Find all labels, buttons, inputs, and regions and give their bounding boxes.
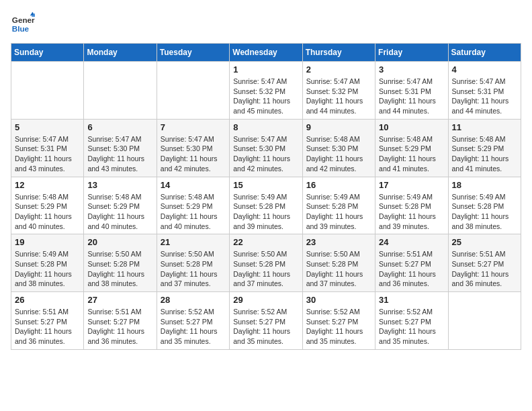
day-number: 8 bbox=[233, 122, 298, 132]
day-number: 4 bbox=[452, 64, 517, 75]
calendar-cell: 18Sunrise: 5:49 AMSunset: 5:28 PMDayligh… bbox=[448, 177, 521, 234]
calendar-cell: 22Sunrise: 5:50 AMSunset: 5:28 PMDayligh… bbox=[230, 234, 302, 292]
calendar-cell: 11Sunrise: 5:48 AMSunset: 5:29 PMDayligh… bbox=[448, 119, 521, 177]
svg-text:Blue: Blue bbox=[12, 24, 30, 33]
day-info: Sunrise: 5:47 AMSunset: 5:30 PMDaylight:… bbox=[233, 134, 298, 174]
day-info: Sunrise: 5:50 AMSunset: 5:28 PMDaylight:… bbox=[306, 249, 371, 289]
day-number: 1 bbox=[233, 64, 298, 75]
calendar-cell: 4Sunrise: 5:47 AMSunset: 5:31 PMDaylight… bbox=[448, 62, 521, 120]
day-number: 12 bbox=[15, 180, 80, 190]
day-info: Sunrise: 5:47 AMSunset: 5:30 PMDaylight:… bbox=[87, 134, 152, 174]
calendar-cell: 30Sunrise: 5:52 AMSunset: 5:27 PMDayligh… bbox=[302, 292, 375, 350]
day-info: Sunrise: 5:52 AMSunset: 5:27 PMDaylight:… bbox=[306, 307, 371, 347]
day-info: Sunrise: 5:47 AMSunset: 5:32 PMDaylight:… bbox=[306, 77, 371, 116]
weekday-header-monday: Monday bbox=[84, 44, 157, 62]
day-info: Sunrise: 5:47 AMSunset: 5:32 PMDaylight:… bbox=[233, 77, 298, 116]
day-info: Sunrise: 5:49 AMSunset: 5:28 PMDaylight:… bbox=[15, 249, 80, 289]
day-number: 5 bbox=[15, 122, 80, 132]
calendar-cell: 28Sunrise: 5:52 AMSunset: 5:27 PMDayligh… bbox=[157, 292, 229, 350]
calendar-cell: 13Sunrise: 5:48 AMSunset: 5:29 PMDayligh… bbox=[84, 177, 157, 234]
calendar-cell: 15Sunrise: 5:49 AMSunset: 5:28 PMDayligh… bbox=[230, 177, 302, 234]
day-number: 6 bbox=[87, 122, 152, 132]
weekday-header-friday: Friday bbox=[375, 44, 448, 62]
calendar-cell: 6Sunrise: 5:47 AMSunset: 5:30 PMDaylight… bbox=[84, 119, 157, 177]
calendar-cell bbox=[157, 62, 229, 120]
day-info: Sunrise: 5:51 AMSunset: 5:27 PMDaylight:… bbox=[379, 249, 444, 289]
day-info: Sunrise: 5:52 AMSunset: 5:27 PMDaylight:… bbox=[161, 307, 226, 347]
calendar-cell bbox=[84, 62, 157, 120]
calendar-cell bbox=[448, 292, 521, 350]
day-number: 3 bbox=[379, 64, 444, 75]
day-number: 23 bbox=[306, 237, 371, 247]
day-info: Sunrise: 5:48 AMSunset: 5:29 PMDaylight:… bbox=[452, 134, 517, 174]
calendar-cell: 21Sunrise: 5:50 AMSunset: 5:28 PMDayligh… bbox=[157, 234, 229, 292]
day-info: Sunrise: 5:47 AMSunset: 5:30 PMDaylight:… bbox=[161, 134, 226, 174]
weekday-header-thursday: Thursday bbox=[302, 44, 375, 62]
calendar-cell: 8Sunrise: 5:47 AMSunset: 5:30 PMDaylight… bbox=[230, 119, 302, 177]
calendar-cell: 26Sunrise: 5:51 AMSunset: 5:27 PMDayligh… bbox=[11, 292, 84, 350]
day-number: 16 bbox=[306, 180, 371, 190]
weekday-header-saturday: Saturday bbox=[448, 44, 521, 62]
calendar-week-row: 12Sunrise: 5:48 AMSunset: 5:29 PMDayligh… bbox=[11, 177, 521, 234]
day-info: Sunrise: 5:48 AMSunset: 5:30 PMDaylight:… bbox=[306, 134, 371, 174]
day-number: 30 bbox=[306, 295, 371, 305]
day-info: Sunrise: 5:48 AMSunset: 5:29 PMDaylight:… bbox=[379, 134, 444, 174]
logo: General Blue bbox=[11, 11, 35, 35]
day-number: 22 bbox=[233, 237, 298, 247]
calendar-cell: 3Sunrise: 5:47 AMSunset: 5:31 PMDaylight… bbox=[375, 62, 448, 120]
calendar-cell: 16Sunrise: 5:49 AMSunset: 5:28 PMDayligh… bbox=[302, 177, 375, 234]
calendar-table: SundayMondayTuesdayWednesdayThursdayFrid… bbox=[11, 43, 521, 350]
calendar-week-row: 5Sunrise: 5:47 AMSunset: 5:31 PMDaylight… bbox=[11, 119, 521, 177]
day-number: 31 bbox=[379, 295, 444, 305]
calendar-cell: 25Sunrise: 5:51 AMSunset: 5:27 PMDayligh… bbox=[448, 234, 521, 292]
calendar-cell: 12Sunrise: 5:48 AMSunset: 5:29 PMDayligh… bbox=[11, 177, 84, 234]
day-info: Sunrise: 5:47 AMSunset: 5:31 PMDaylight:… bbox=[379, 77, 444, 116]
day-info: Sunrise: 5:50 AMSunset: 5:28 PMDaylight:… bbox=[161, 249, 226, 289]
day-info: Sunrise: 5:51 AMSunset: 5:27 PMDaylight:… bbox=[452, 249, 517, 289]
day-number: 19 bbox=[15, 237, 80, 247]
logo-icon: General Blue bbox=[11, 11, 35, 35]
calendar-cell: 31Sunrise: 5:52 AMSunset: 5:27 PMDayligh… bbox=[375, 292, 448, 350]
day-number: 25 bbox=[452, 237, 517, 247]
day-info: Sunrise: 5:48 AMSunset: 5:29 PMDaylight:… bbox=[15, 192, 80, 232]
day-number: 24 bbox=[379, 237, 444, 247]
day-info: Sunrise: 5:48 AMSunset: 5:29 PMDaylight:… bbox=[87, 192, 152, 232]
calendar-cell: 20Sunrise: 5:50 AMSunset: 5:28 PMDayligh… bbox=[84, 234, 157, 292]
page-header: General Blue bbox=[11, 11, 521, 35]
day-info: Sunrise: 5:49 AMSunset: 5:28 PMDaylight:… bbox=[233, 192, 298, 232]
day-info: Sunrise: 5:52 AMSunset: 5:27 PMDaylight:… bbox=[233, 307, 298, 347]
day-info: Sunrise: 5:47 AMSunset: 5:31 PMDaylight:… bbox=[452, 77, 517, 116]
day-number: 7 bbox=[161, 122, 226, 132]
calendar-cell: 27Sunrise: 5:51 AMSunset: 5:27 PMDayligh… bbox=[84, 292, 157, 350]
calendar-week-row: 19Sunrise: 5:49 AMSunset: 5:28 PMDayligh… bbox=[11, 234, 521, 292]
day-info: Sunrise: 5:51 AMSunset: 5:27 PMDaylight:… bbox=[15, 307, 80, 347]
calendar-cell: 9Sunrise: 5:48 AMSunset: 5:30 PMDaylight… bbox=[302, 119, 375, 177]
weekday-header-row: SundayMondayTuesdayWednesdayThursdayFrid… bbox=[11, 44, 521, 62]
day-number: 13 bbox=[87, 180, 152, 190]
calendar-cell bbox=[11, 62, 84, 120]
day-number: 10 bbox=[379, 122, 444, 132]
day-number: 14 bbox=[161, 180, 226, 190]
calendar-cell: 29Sunrise: 5:52 AMSunset: 5:27 PMDayligh… bbox=[230, 292, 302, 350]
day-number: 17 bbox=[379, 180, 444, 190]
calendar-cell: 7Sunrise: 5:47 AMSunset: 5:30 PMDaylight… bbox=[157, 119, 229, 177]
calendar-cell: 1Sunrise: 5:47 AMSunset: 5:32 PMDaylight… bbox=[230, 62, 302, 120]
day-info: Sunrise: 5:48 AMSunset: 5:29 PMDaylight:… bbox=[161, 192, 226, 232]
day-number: 21 bbox=[161, 237, 226, 247]
weekday-header-wednesday: Wednesday bbox=[230, 44, 302, 62]
day-number: 28 bbox=[161, 295, 226, 305]
calendar-cell: 23Sunrise: 5:50 AMSunset: 5:28 PMDayligh… bbox=[302, 234, 375, 292]
day-info: Sunrise: 5:49 AMSunset: 5:28 PMDaylight:… bbox=[306, 192, 371, 232]
day-number: 11 bbox=[452, 122, 517, 132]
calendar-week-row: 1Sunrise: 5:47 AMSunset: 5:32 PMDaylight… bbox=[11, 62, 521, 120]
day-number: 9 bbox=[306, 122, 371, 132]
day-number: 2 bbox=[306, 64, 371, 75]
day-info: Sunrise: 5:49 AMSunset: 5:28 PMDaylight:… bbox=[379, 192, 444, 232]
weekday-header-tuesday: Tuesday bbox=[157, 44, 229, 62]
day-info: Sunrise: 5:50 AMSunset: 5:28 PMDaylight:… bbox=[233, 249, 298, 289]
calendar-cell: 24Sunrise: 5:51 AMSunset: 5:27 PMDayligh… bbox=[375, 234, 448, 292]
day-number: 15 bbox=[233, 180, 298, 190]
day-info: Sunrise: 5:51 AMSunset: 5:27 PMDaylight:… bbox=[87, 307, 152, 347]
calendar-cell: 14Sunrise: 5:48 AMSunset: 5:29 PMDayligh… bbox=[157, 177, 229, 234]
calendar-cell: 17Sunrise: 5:49 AMSunset: 5:28 PMDayligh… bbox=[375, 177, 448, 234]
